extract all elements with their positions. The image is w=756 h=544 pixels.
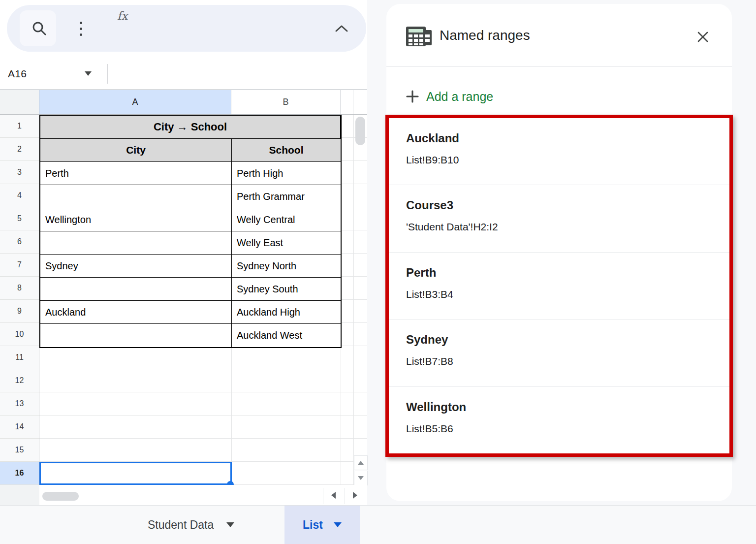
cell-a1-merged-title[interactable]: City → School — [40, 116, 341, 139]
tab-dropdown-icon[interactable] — [334, 522, 342, 527]
range-reference: List!B7:B8 — [406, 355, 720, 368]
red-annotation-box: Auckland List!B9:B10 Course3 'Student Da… — [385, 115, 733, 457]
cell-a7[interactable]: Sydney — [40, 255, 232, 278]
row-header-5[interactable]: 5 — [0, 207, 39, 230]
column-header-b[interactable]: B — [231, 90, 341, 114]
tab-list-active[interactable]: List — [284, 506, 360, 544]
cell-a5[interactable]: Wellington — [40, 208, 232, 231]
cell-a9[interactable]: Auckland — [40, 301, 232, 324]
scroll-down-icon[interactable] — [354, 471, 368, 485]
cell-a6[interactable] — [40, 231, 232, 255]
panel-title: Named ranges — [440, 28, 530, 43]
horizontal-scrollbar-track[interactable] — [39, 485, 367, 505]
scroll-up-icon[interactable] — [354, 455, 368, 470]
sheet-tab-bar: Student Data List — [0, 506, 756, 544]
named-range-sydney[interactable]: Sydney List!B7:B8 — [389, 319, 729, 386]
cells-area[interactable]: City → School City School Perth Perth Hi… — [39, 115, 367, 485]
panel-header: Named ranges — [386, 4, 732, 66]
range-name: Perth — [406, 265, 720, 280]
row-header-2[interactable]: 2 — [0, 138, 39, 161]
name-box-dropdown-icon[interactable] — [85, 71, 92, 76]
range-reference: List!B3:B4 — [406, 288, 720, 301]
row-headers: 1 2 3 4 5 6 7 8 9 10 11 12 13 14 15 16 — [0, 115, 39, 485]
row-header-11[interactable]: 11 — [0, 346, 39, 369]
scrollbar-separator — [323, 488, 323, 504]
function-icon: fx — [117, 0, 127, 32]
formula-bar: A16 — [0, 58, 367, 90]
hscroll-gutter — [0, 485, 39, 505]
cell-b10[interactable]: Auckland West — [232, 324, 341, 347]
name-box[interactable]: A16 — [8, 58, 27, 90]
named-range-wellington[interactable]: Wellington List!B5:B6 — [389, 386, 729, 453]
row-header-7[interactable]: 7 — [0, 254, 39, 277]
tab-list-label: List — [303, 518, 323, 532]
horizontal-scrollbar-thumb[interactable] — [42, 492, 79, 501]
cell-a2[interactable]: City — [40, 139, 232, 162]
add-range-button[interactable]: Add a range — [401, 83, 498, 110]
row-header-16-selected[interactable]: 16 — [0, 462, 39, 485]
cell-b5[interactable]: Welly Central — [232, 208, 341, 231]
named-range-auckland[interactable]: Auckland List!B9:B10 — [389, 118, 729, 185]
range-name: Sydney — [406, 332, 720, 347]
range-reference: List!B9:B10 — [406, 154, 720, 166]
tab-dropdown-icon[interactable] — [226, 522, 234, 527]
row-header-1[interactable]: 1 — [0, 115, 39, 138]
row-header-14[interactable]: 14 — [0, 416, 39, 439]
select-all-corner[interactable] — [0, 90, 39, 114]
range-name: Auckland — [406, 131, 720, 146]
cell-a3[interactable]: Perth — [40, 162, 232, 185]
city-school-table: City → School City School Perth Perth Hi… — [39, 115, 342, 348]
formula-bar-divider — [107, 64, 108, 84]
more-options-icon[interactable] — [72, 17, 90, 40]
tab-student-data-label: Student Data — [148, 518, 214, 532]
cell-a10[interactable] — [40, 324, 232, 347]
row-header-4[interactable]: 4 — [0, 184, 39, 207]
selected-cell-a16[interactable] — [39, 462, 232, 485]
cell-b7[interactable]: Sydney North — [232, 255, 341, 278]
row-header-13[interactable]: 13 — [0, 392, 39, 416]
named-range-perth[interactable]: Perth List!B3:B4 — [389, 252, 729, 319]
grid-body: 1 2 3 4 5 6 7 8 9 10 11 12 13 14 15 16 C… — [0, 115, 367, 485]
column-header-a[interactable]: A — [39, 90, 231, 114]
named-range-course3[interactable]: Course3 'Student Data'!H2:I2 — [389, 185, 729, 252]
range-name: Wellington — [406, 400, 720, 415]
range-reference: List!B5:B6 — [406, 422, 720, 435]
row-header-10[interactable]: 10 — [0, 323, 39, 346]
range-reference: 'Student Data'!H2:I2 — [406, 221, 720, 233]
cell-b3[interactable]: Perth High — [232, 162, 341, 185]
named-ranges-icon — [405, 24, 433, 50]
scroll-left-icon[interactable] — [328, 490, 339, 501]
search-icon[interactable] — [29, 17, 50, 40]
cell-b4[interactable]: Perth Grammar — [232, 185, 341, 208]
tab-student-data[interactable]: Student Data — [138, 506, 244, 544]
plus-icon — [406, 90, 419, 103]
close-icon[interactable] — [695, 30, 710, 44]
collapsed-toolbar — [7, 5, 366, 52]
gridline — [353, 115, 354, 485]
cell-b6[interactable]: Welly East — [232, 231, 341, 255]
name-box-value: A16 — [8, 68, 27, 80]
row-header-12[interactable]: 12 — [0, 369, 39, 392]
scrollbar-separator — [345, 488, 345, 504]
cell-a4[interactable] — [40, 185, 232, 208]
vertical-scrollbar-thumb[interactable] — [355, 117, 365, 145]
cell-b8[interactable]: Sydney South — [232, 278, 341, 301]
row-header-6[interactable]: 6 — [0, 230, 39, 254]
row-header-9[interactable]: 9 — [0, 300, 39, 323]
column-header-row: A B — [0, 90, 367, 115]
collapse-toolbar-icon[interactable] — [331, 21, 352, 36]
add-range-label: Add a range — [426, 90, 493, 104]
row-header-3[interactable]: 3 — [0, 161, 39, 184]
cell-b2[interactable]: School — [232, 139, 341, 162]
range-name: Course3 — [406, 198, 720, 213]
cell-a8[interactable] — [40, 278, 232, 301]
row-header-8[interactable]: 8 — [0, 277, 39, 300]
cell-b9[interactable]: Auckland High — [232, 301, 341, 324]
panel-divider — [386, 66, 732, 67]
column-header-partial[interactable] — [341, 90, 353, 114]
scroll-right-icon[interactable] — [349, 490, 360, 501]
row-header-15[interactable]: 15 — [0, 439, 39, 462]
